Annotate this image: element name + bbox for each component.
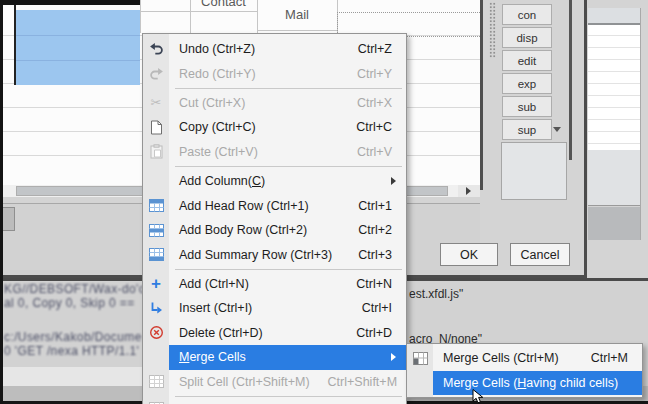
ide-right-grid-header bbox=[588, 8, 640, 23]
menu-item-undo[interactable]: Undo (Ctrl+Z) Ctrl+Z bbox=[143, 37, 406, 62]
menu-item-add-body-row[interactable]: Add Body Row (Ctrl+2) Ctrl+2 bbox=[143, 218, 406, 243]
submenu-arrow-icon bbox=[391, 353, 400, 361]
menu-item-split-cell[interactable]: Split Cell (Ctrl+Shift+M) Ctrl+Shift+M bbox=[143, 370, 406, 395]
property-button-support[interactable]: sup bbox=[502, 119, 552, 140]
redo-icon bbox=[147, 65, 165, 83]
menu-item-add[interactable]: + Add (Ctrl+N) Ctrl+N bbox=[143, 271, 406, 296]
copy-icon bbox=[147, 118, 165, 136]
table-gridline-h bbox=[140, 11, 257, 12]
table-gridline-h bbox=[257, 30, 337, 31]
menu-item-merge-cells[interactable]: Merge Cells bbox=[143, 345, 406, 370]
submenu-item-merge-cells[interactable]: Merge Cells (Ctrl+M) Ctrl+M bbox=[407, 346, 642, 371]
menu-item-add-column[interactable]: Add Column(C) bbox=[143, 169, 406, 194]
console-footer-light bbox=[0, 367, 142, 386]
ide-right-grid-rows bbox=[588, 35, 640, 148]
add-summary-row-icon bbox=[147, 246, 165, 264]
selected-cells[interactable] bbox=[16, 10, 140, 85]
delete-icon bbox=[147, 324, 165, 342]
menu-item-add-head-row[interactable]: Add Head Row (Ctrl+1) Ctrl+1 bbox=[143, 193, 406, 218]
right-arrow-icon bbox=[466, 187, 475, 195]
console-log-line: 0 'GET /nexa HTTP/1.1' bbox=[4, 344, 139, 358]
selected-cell-divider bbox=[16, 35, 140, 36]
scissors-icon: ✂ bbox=[147, 94, 165, 112]
h-scrollbar-right-button[interactable] bbox=[458, 185, 480, 197]
context-menu: Undo (Ctrl+Z) Ctrl+Z Redo (Ctrl+Y) Ctrl+… bbox=[142, 33, 407, 404]
property-button-contents[interactable]: con bbox=[502, 4, 552, 25]
splitter-handle[interactable] bbox=[489, 2, 496, 58]
table-gridline-v bbox=[140, 0, 141, 33]
split-cell-icon bbox=[147, 373, 165, 391]
cancel-button[interactable]: Cancel bbox=[510, 243, 570, 266]
panel-tab[interactable] bbox=[2, 207, 15, 231]
add-head-row-icon bbox=[147, 197, 165, 215]
menu-item-redo[interactable]: Redo (Ctrl+Y) Ctrl+Y bbox=[143, 62, 406, 87]
property-button-display[interactable]: disp bbox=[502, 27, 552, 48]
menu-item-cut[interactable]: ✂ Cut (Ctrl+X) Ctrl+X bbox=[143, 91, 406, 116]
property-button-edit[interactable]: edit bbox=[502, 50, 552, 71]
window-top-edge bbox=[0, 0, 140, 5]
window-left-edge bbox=[0, 0, 3, 404]
screen: KG//DEBSOFT/Wax-do'o al 0, Copy 0, Skip … bbox=[0, 0, 648, 404]
ok-button[interactable]: OK bbox=[440, 243, 498, 266]
panel-inner-edge bbox=[569, 0, 572, 160]
insert-arrow-icon bbox=[147, 299, 165, 317]
plus-icon: + bbox=[147, 275, 165, 293]
merge-cells-submenu: Merge Cells (Ctrl+M) Ctrl+M Merge Cells … bbox=[406, 343, 643, 398]
column-header-contact[interactable]: Contact bbox=[190, 0, 257, 9]
undo-icon bbox=[147, 40, 165, 58]
paste-icon bbox=[147, 143, 165, 161]
description-box bbox=[501, 142, 567, 200]
ide-right-grid-edge bbox=[640, 8, 641, 240]
ide-right-block-dark bbox=[588, 207, 640, 240]
panel-edge-left bbox=[480, 0, 483, 190]
add-body-row-icon bbox=[147, 221, 165, 239]
console-log-line: KG//DEBSOFT/Wax-do'o bbox=[4, 282, 146, 296]
column-header-mail[interactable]: Mail bbox=[257, 7, 337, 22]
console-log-fragment: est.xfdl.js" bbox=[409, 287, 463, 301]
submenu-item-merge-cells-having-child-cells[interactable]: Merge Cells (Having child cells) bbox=[407, 371, 642, 396]
console-log-line: al 0, Copy 0, Skip 0 == bbox=[4, 296, 135, 310]
menu-item-copy[interactable]: Copy (Ctrl+C) Ctrl+C bbox=[143, 115, 406, 140]
mouse-cursor bbox=[472, 389, 488, 404]
console-log-line: c:/Users/Kakob/Docume bbox=[4, 330, 142, 344]
chevron-down-icon[interactable] bbox=[553, 127, 561, 136]
grid-icon bbox=[147, 400, 165, 404]
menu-item-add-summary-row[interactable]: Add Summary Row (Ctrl+3) Ctrl+3 bbox=[143, 242, 406, 267]
ide-right-block-light bbox=[588, 150, 640, 206]
property-button-subform[interactable]: sub bbox=[502, 96, 552, 117]
menu-item-insert[interactable]: Insert (Ctrl+I) Ctrl+I bbox=[143, 296, 406, 321]
menu-item-partial[interactable]: Copy Width (Ctrl+W) Ctrl+W bbox=[143, 399, 406, 404]
selected-cell-divider bbox=[16, 60, 140, 61]
dialog-right-border bbox=[584, 0, 587, 278]
merge-cells-icon bbox=[411, 349, 429, 367]
submenu-arrow-icon bbox=[391, 177, 400, 185]
property-button-export[interactable]: exp bbox=[502, 73, 552, 94]
menu-item-delete[interactable]: Delete (Ctrl+D) Ctrl+D bbox=[143, 321, 406, 346]
menu-item-paste[interactable]: Paste (Ctrl+V) Ctrl+V bbox=[143, 140, 406, 165]
